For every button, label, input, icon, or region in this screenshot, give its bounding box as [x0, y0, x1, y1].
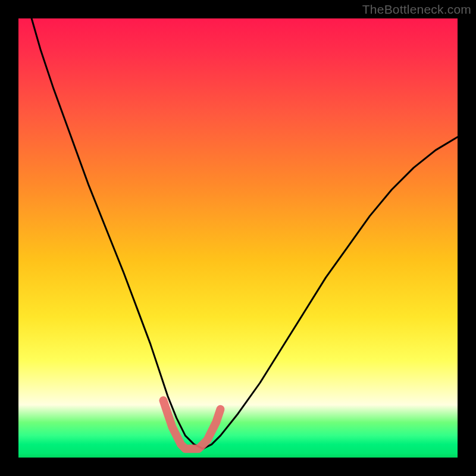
bottleneck-curve — [32, 18, 458, 449]
curve-layer — [18, 18, 458, 458]
plot-area — [18, 18, 458, 458]
chart-frame: TheBottleneck.com — [0, 0, 476, 476]
watermark-text: TheBottleneck.com — [362, 2, 471, 17]
